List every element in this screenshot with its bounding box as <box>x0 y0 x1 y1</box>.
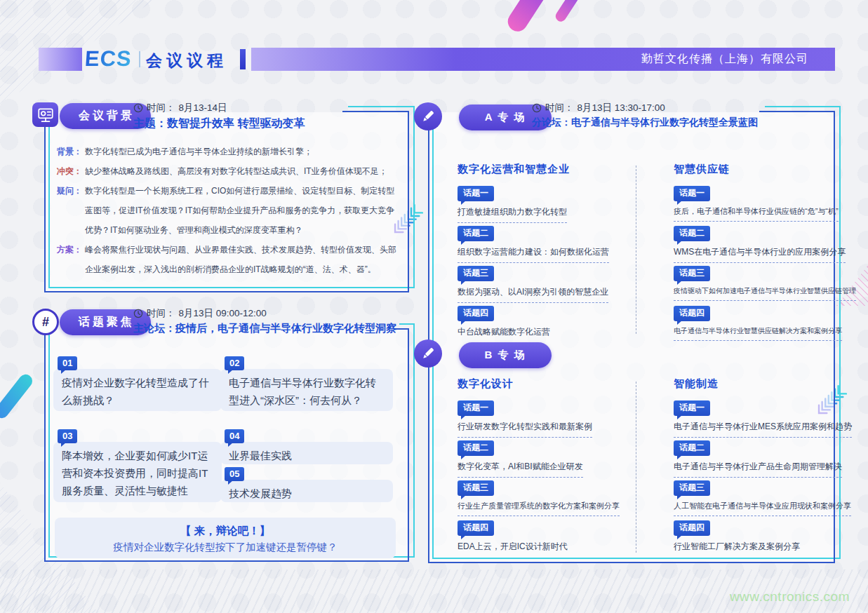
topic-text: 电子通信与半导体行业产品生命周期管理解决 <box>674 461 842 478</box>
pen-icon <box>414 339 442 368</box>
topic-tag: 话题四 <box>458 306 494 321</box>
focus-topic-card: 降本增效，企业要如何减少IT运营和资本投资费用，同时提高IT服务质量、灵活性与敏… <box>53 442 222 502</box>
session-a-col-1: 数字化运营和智慧企业 话题一 打造敏捷组织助力数字化转型 话题二 组织数字运营能… <box>458 163 634 346</box>
time-value: 8月13-14日 <box>179 102 227 114</box>
row-label: 背景： <box>57 142 85 161</box>
session-a-col-2: 智慧供应链 话题一 疫后，电子通信和半导体行业供应链的“危”与“机” 话题二 W… <box>674 163 862 346</box>
pen-glyph <box>420 108 436 125</box>
header-right-band: 勤哲文化传播（上海）有限公司 <box>251 48 835 71</box>
session-b-columns: 数字化设计 话题一 行业研发数字化转型实践和最新案例 话题二 数字化变革，AI和… <box>458 377 862 560</box>
session-b-col-2: 智能制造 话题一 电子通信与半导体行业MES系统应用案例和趋势 话题二 电子通信… <box>674 377 862 560</box>
topic-tag: 话题二 <box>458 226 494 241</box>
topic-text: 行业智能工厂解决方案及案例分享 <box>674 541 800 557</box>
column-heading: 智能制造 <box>674 377 862 391</box>
title-accent-bar <box>240 49 246 69</box>
background-text-block: 背景： 数字化转型已成为电子通信与半导体企业持续的新增长引擎； 冲突： 缺少整体… <box>57 142 398 279</box>
session-b-col-1: 数字化设计 话题一 行业研发数字化转型实践和最新案例 话题二 数字化变革，AI和… <box>458 377 634 560</box>
topic-tag: 话题二 <box>458 440 494 456</box>
column-heading: 数字化设计 <box>458 377 634 391</box>
topic-focus-panel: # 话题聚焦 时间：8月13日 09:00-12:00 主论坛：疫情后，电子通信… <box>44 330 409 562</box>
background-row: 方案： 峰会将聚焦行业现状与问题、从业界最佳实践、技术发展趋势、转型价值发现、头… <box>57 240 398 279</box>
slash-decoration <box>0 372 35 421</box>
topic-text: 疫情驱动下如何加速电子通信与半导体行业智慧供应链管理 <box>674 286 856 301</box>
time-row: 时间：8月13日 13:30-17:00 <box>532 102 665 114</box>
row-text: 数字化转型是一个长期系统工程，CIO如何进行愿景描绘、设定转型目标、制定转型蓝图… <box>85 181 398 240</box>
topic-number-badge: 01 <box>58 356 77 370</box>
row-label: 冲突： <box>57 161 85 181</box>
topic-tag: 话题一 <box>674 400 710 416</box>
row-text: 数字化转型已成为电子通信与半导体企业持续的新增长引擎； <box>85 142 398 161</box>
topic-tag: 话题三 <box>458 266 494 281</box>
sessions-panel: A 专 场 时间：8月13日 13:30-17:00 分论坛：电子通信与半导体行… <box>428 112 835 563</box>
background-row: 疑问： 数字化转型是一个长期系统工程，CIO如何进行愿景描绘、设定转型目标、制定… <box>57 181 398 240</box>
topic-tag: 话题一 <box>458 186 494 201</box>
topic-item: 话题四 EDA上云，开启IC设计新时代 <box>458 520 634 560</box>
session-b-badge: B 专 场 <box>459 342 552 368</box>
topic-item: 话题三 数据为驱动、以AI洞察为引领的智慧企业 <box>458 266 634 306</box>
topic-tag: 话题四 <box>674 306 710 321</box>
topic-tag: 话题三 <box>458 480 494 496</box>
topic-item: 话题一 打造敏捷组织助力数字化转型 <box>458 186 634 226</box>
session-a-columns: 数字化运营和智慧企业 话题一 打造敏捷组织助力数字化转型 话题二 组织数字运营能… <box>458 163 862 346</box>
topic-item: 话题一 疫后，电子通信和半导体行业供应链的“危”与“机” <box>674 186 862 226</box>
topic-tag: 话题四 <box>674 520 710 536</box>
clock-icon <box>532 103 542 113</box>
topic-text: 数字化变革，AI和BI赋能企业研发 <box>458 461 583 478</box>
background-row: 冲突： 缺少整体战略及路线图、高层没有对数字化转型达成共识、IT业务价值体现不足… <box>57 161 398 181</box>
topic-text: 人工智能在电子通信与半导体业应用现状和案例分享 <box>674 501 851 516</box>
clock-icon <box>133 309 143 318</box>
debate-box: 【 来，辩论吧！】 疫情对企业数字化转型按下了加速键还是暂停键？ <box>55 518 396 558</box>
time-row: 时间：8月13日 09:00-12:00 <box>133 307 267 320</box>
focus-topic-card: 电子通信与半导体行业数字化转型进入“深水区”：何去何从？ <box>220 369 393 411</box>
topic-item: 话题三 行业生产质量管理系统的数字化方案和案例分享 <box>458 480 634 520</box>
session-a-forum-title: 分论坛：电子通信与半导体行业数字化转型全景蓝图 <box>532 116 758 129</box>
topic-tag: 话题二 <box>674 440 710 456</box>
projector-icon <box>32 102 58 127</box>
debate-title: 【 来，辩论吧！】 <box>55 523 396 539</box>
topic-text: WMS在电子通信与半导体行业的应用案例分享 <box>674 246 846 263</box>
time-row: 时间：8月13-14日 <box>133 102 227 114</box>
topic-number-badge: 05 <box>225 467 244 481</box>
topic-tag: 话题四 <box>458 520 494 536</box>
time-value: 8月13日 09:00-12:00 <box>179 307 267 320</box>
flyer-page: ECS 会议议程 勤哲文化传播（上海）有限公司 会议背景 时间：8月13-14日… <box>0 0 868 613</box>
topic-number-badge: 02 <box>225 356 244 370</box>
background-row: 背景： 数字化转型已成为电子通信与半导体企业持续的新增长引擎； <box>57 142 398 161</box>
topic-text: 打造敏捷组织助力数字化转型 <box>458 206 567 223</box>
topic-item: 话题一 电子通信与半导体行业MES系统应用案例和趋势 <box>674 400 862 440</box>
topic-tag: 话题三 <box>674 266 710 281</box>
topic-text: 数据为驱动、以AI洞察为引领的智慧企业 <box>458 286 608 303</box>
clock-icon <box>133 103 143 113</box>
topic-text: 中台战略赋能数字化运营 <box>458 326 550 342</box>
row-text: 缺少整体战略及路线图、高层没有对数字化转型达成共识、IT业务价值体现不足； <box>85 161 398 181</box>
topic-item: 话题四 中台战略赋能数字化运营 <box>458 306 634 346</box>
time-value: 8月13日 13:30-17:00 <box>577 102 665 114</box>
topic-item: 话题二 数字化变革，AI和BI赋能企业研发 <box>458 440 634 480</box>
time-label: 时间： <box>545 102 574 114</box>
debate-question: 疫情对企业数字化转型按下了加速键还是暂停键？ <box>55 539 396 555</box>
topic-text: 组织数字运营能力建设：如何数据化运营 <box>458 246 609 263</box>
pen-glyph <box>420 345 436 362</box>
page-title: 会议议程 <box>146 50 227 72</box>
hash-icon: # <box>32 309 59 335</box>
column-heading: 智慧供应链 <box>674 163 862 176</box>
topic-tag: 话题一 <box>674 186 710 201</box>
row-text: 峰会将聚焦行业现状与问题、从业界最佳实践、技术发展趋势、转型价值发现、头部企业案… <box>85 240 398 279</box>
forum-title: 主论坛：疫情后，电子通信与半导体行业数字化转型洞察 <box>133 322 396 335</box>
ecs-logo: ECS <box>84 46 133 72</box>
header-left-band <box>39 48 82 71</box>
focus-topic-card: 技术发展趋势 <box>220 480 393 502</box>
topic-text: 电子通信与半导体行业MES系统应用案例和趋势 <box>674 421 852 438</box>
row-label: 疑问： <box>57 181 85 240</box>
topic-item: 话题一 行业研发数字化转型实践和最新案例 <box>458 400 634 440</box>
focus-topic-card: 业界最佳实践 <box>220 442 393 464</box>
topic-number-badge: 03 <box>58 429 77 443</box>
topic-tag: 话题三 <box>674 480 710 496</box>
topic-tag: 话题一 <box>458 400 494 416</box>
topic-text: EDA上云，开启IC设计新时代 <box>458 541 568 557</box>
company-name: 勤哲文化传播（上海）有限公司 <box>641 52 835 67</box>
header-bar: ECS 会议议程 勤哲文化传播（上海）有限公司 <box>0 0 868 77</box>
topic-item: 话题二 电子通信与半导体行业产品生命周期管理解决 <box>674 440 862 480</box>
topic-text: 电子通信与半导体行业智慧供应链解决方案和案例分享 <box>674 326 842 341</box>
topic-tag: 话题二 <box>674 226 710 241</box>
